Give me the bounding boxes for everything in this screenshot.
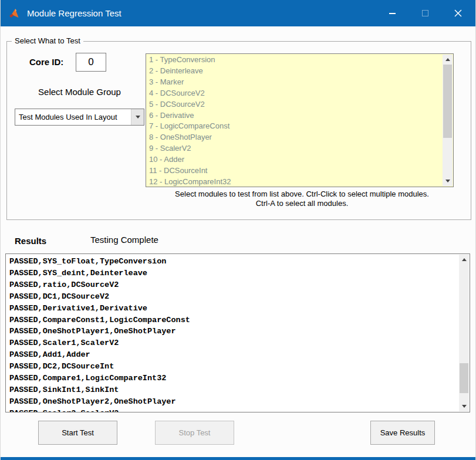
module-scroll-track[interactable] xyxy=(443,65,453,176)
result-row[interactable]: PASSED,CompareConst1,LogicCompareConst xyxy=(9,314,459,326)
result-row[interactable]: PASSED,OneShotPlayer2,OneShotPlayer xyxy=(9,396,459,408)
result-row[interactable]: PASSED,DC1,DCSourceV2 xyxy=(9,291,459,303)
module-scroll-up-button[interactable] xyxy=(443,55,453,65)
matlab-icon xyxy=(9,8,21,19)
result-row[interactable]: PASSED,SYS_toFloat,TypeConversion xyxy=(9,256,459,268)
module-list-item[interactable]: 12 - LogicCompareInt32 xyxy=(149,177,443,187)
core-id-input[interactable] xyxy=(76,53,106,72)
module-list-item[interactable]: 11 - DCSourceInt xyxy=(149,165,443,177)
arrow-down-icon xyxy=(462,405,467,408)
module-list-item[interactable]: 9 - ScalerV2 xyxy=(149,143,443,154)
start-test-button[interactable]: Start Test xyxy=(38,421,117,445)
module-group-label: Select Module Group xyxy=(15,87,144,97)
module-group-selected-value: Test Modules Used In Layout xyxy=(15,113,131,121)
results-scroll-up-button[interactable] xyxy=(459,255,469,265)
groupbox-legend: Select What to Test xyxy=(12,36,83,45)
results-listbox[interactable]: PASSED,SYS_toFloat,TypeConversion PASSED… xyxy=(5,253,470,412)
result-row[interactable]: PASSED,OneShotPlayer1,OneShotPlayer xyxy=(9,326,459,337)
result-row[interactable]: PASSED,SYS_deint,Deinterleave xyxy=(9,268,459,279)
minimize-button[interactable] xyxy=(376,0,409,26)
module-list-item[interactable]: 2 - Deinterleave xyxy=(149,66,443,77)
module-scroll-thumb[interactable] xyxy=(443,65,452,138)
result-row[interactable]: PASSED,Add1,Adder xyxy=(9,349,459,361)
result-row[interactable]: PASSED,Scaler2,ScalerV2 xyxy=(9,408,459,412)
save-results-button[interactable]: Save Results xyxy=(370,421,435,445)
results-scroll-down-button[interactable] xyxy=(459,401,469,411)
result-row[interactable]: PASSED,DC2,DCSourceInt xyxy=(9,361,459,373)
stop-test-button[interactable]: Stop Test xyxy=(155,421,234,445)
module-list-items: 1 - TypeConversion 2 - Deinterleave 3 - … xyxy=(146,54,443,187)
chevron-down-icon xyxy=(136,116,140,119)
result-row[interactable]: PASSED,Scaler1,ScalerV2 xyxy=(9,337,459,349)
results-label: Results xyxy=(15,236,46,246)
window-bottom-border xyxy=(1,457,475,460)
result-row[interactable]: PASSED,SinkInt1,SinkInt xyxy=(9,384,459,396)
hint-line-1: Select modules to test from list above. … xyxy=(142,190,462,199)
arrow-up-icon xyxy=(462,258,467,261)
maximize-icon xyxy=(422,10,428,16)
module-listbox[interactable]: 1 - TypeConversion 2 - Deinterleave 3 - … xyxy=(146,53,454,187)
test-status-text: Testing Complete xyxy=(90,235,158,245)
close-button[interactable] xyxy=(441,0,474,26)
minimize-icon xyxy=(389,13,396,14)
titlebar: Module Regression Test xyxy=(1,0,475,26)
dropdown-arrow-button[interactable] xyxy=(131,109,144,125)
module-list-scrollbar[interactable] xyxy=(443,55,453,186)
results-rows: PASSED,SYS_toFloat,TypeConversion PASSED… xyxy=(6,254,459,412)
module-list-item[interactable]: 6 - Derivative xyxy=(149,110,443,121)
hint-line-2: Ctrl-A to select all modules. xyxy=(142,199,462,208)
module-group-dropdown[interactable]: Test Modules Used In Layout xyxy=(15,109,144,126)
maximize-button[interactable] xyxy=(409,0,441,26)
arrow-down-icon xyxy=(445,180,450,182)
close-icon xyxy=(454,9,462,17)
module-list-item[interactable]: 4 - DCSourceV2 xyxy=(149,88,443,99)
result-row[interactable]: PASSED,ratio,DCSourceV2 xyxy=(9,279,459,291)
results-scroll-track[interactable] xyxy=(459,265,469,401)
module-list-item[interactable]: 7 - LogicCompareConst xyxy=(149,121,443,132)
core-id-label: Core ID: xyxy=(29,57,63,67)
module-list-item[interactable]: 8 - OneShotPlayer xyxy=(149,132,443,143)
window-title: Module Regression Test xyxy=(27,8,121,18)
select-what-to-test-group: Select What to Test Core ID: Select Modu… xyxy=(6,41,471,220)
arrow-up-icon xyxy=(445,58,450,61)
module-list-item[interactable]: 3 - Marker xyxy=(149,77,443,88)
module-list-item[interactable]: 1 - TypeConversion xyxy=(149,55,443,66)
result-row[interactable]: PASSED,Derivative1,Derivative xyxy=(9,303,459,314)
results-scrollbar[interactable] xyxy=(459,255,469,411)
module-scroll-down-button[interactable] xyxy=(443,176,453,186)
module-selection-hint: Select modules to test from list above. … xyxy=(142,190,462,208)
results-scroll-thumb[interactable] xyxy=(460,363,468,393)
window-controls xyxy=(376,0,474,26)
module-list-item[interactable]: 10 - Adder xyxy=(149,154,443,165)
result-row[interactable]: PASSED,Compare1,LogicCompareInt32 xyxy=(9,373,459,384)
app-window: Module Regression Test Select What to Te… xyxy=(0,0,476,460)
module-list-item[interactable]: 5 - DCSourceV2 xyxy=(149,99,443,110)
